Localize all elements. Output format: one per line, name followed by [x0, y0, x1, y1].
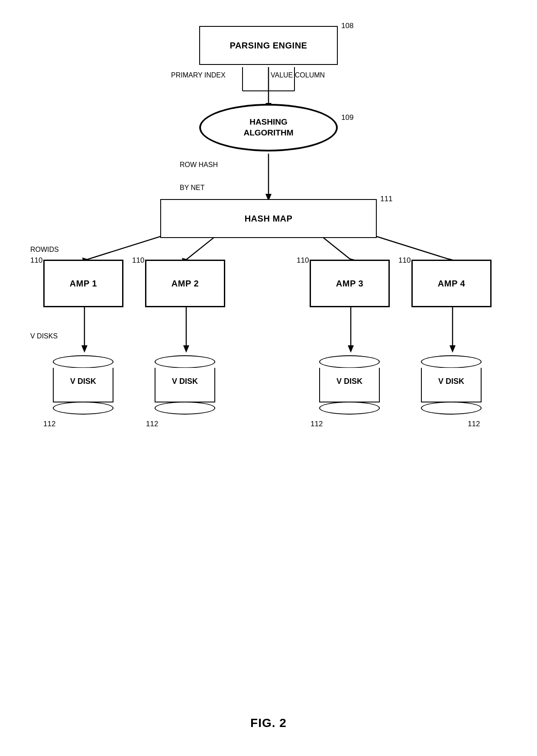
vdisk4-cylinder: V DISK — [421, 355, 482, 415]
value-column-label: VALUE COLUMN — [271, 71, 325, 79]
by-net-label: BY NET — [180, 184, 205, 192]
hashing-algorithm-label: HASHINGALGORITHM — [243, 117, 293, 138]
vdisk4-label: V DISK — [438, 377, 464, 386]
parsing-engine-label: PARSING ENGINE — [230, 41, 307, 51]
ref-110-amp1: 110 — [30, 256, 42, 265]
svg-marker-19 — [450, 345, 456, 353]
amp3-box: AMP 3 — [310, 260, 390, 307]
vdisk3-bottom — [319, 402, 380, 415]
vdisk3-label: V DISK — [336, 377, 362, 386]
vdisk2-body: V DISK — [155, 368, 215, 402]
ref-109: 109 — [341, 113, 353, 122]
vdisk1-label: V DISK — [70, 377, 96, 386]
vdisk4-top — [421, 355, 482, 368]
vdisk3-body: V DISK — [319, 368, 380, 402]
ref-110-amp3: 110 — [297, 256, 309, 265]
figure-caption: FIG. 2 — [250, 716, 287, 730]
row-hash-label: ROW HASH — [180, 161, 218, 169]
vdisk3-top — [319, 355, 380, 368]
vdisk2-top — [155, 355, 215, 368]
parsing-engine-box: PARSING ENGINE — [199, 26, 338, 65]
diagram-container: PARSING ENGINE 108 PRIMARY INDEX VALUE C… — [0, 0, 537, 756]
vdisk3-cylinder: V DISK — [319, 355, 380, 415]
ref-112-vdisk4: 112 — [468, 420, 480, 428]
v-disks-label: V DISKS — [30, 332, 58, 340]
rowids-label: ROWIDS — [30, 246, 59, 254]
vdisk2-label: V DISK — [172, 377, 198, 386]
ref-108: 108 — [341, 22, 353, 30]
vdisk1-cylinder: V DISK — [53, 355, 113, 415]
svg-marker-13 — [81, 345, 87, 353]
amp2-label: AMP 2 — [171, 279, 199, 289]
hash-map-box: HASH MAP — [160, 199, 377, 238]
vdisk2-cylinder: V DISK — [155, 355, 215, 415]
ref-112-vdisk3: 112 — [311, 420, 323, 428]
vdisk4-body: V DISK — [421, 368, 482, 402]
ref-110-amp4: 110 — [398, 256, 411, 265]
amp4-label: AMP 4 — [438, 279, 465, 289]
svg-marker-17 — [348, 345, 354, 353]
ref-111: 111 — [380, 195, 392, 203]
vdisk1-body: V DISK — [53, 368, 113, 402]
vdisk4-bottom — [421, 402, 482, 415]
amp4-box: AMP 4 — [411, 260, 492, 307]
vdisk1-bottom — [53, 402, 113, 415]
ref-110-amp2: 110 — [132, 256, 144, 265]
svg-marker-15 — [183, 345, 189, 353]
ref-112-vdisk1: 112 — [43, 420, 55, 428]
amp1-label: AMP 1 — [70, 279, 97, 289]
ref-112-vdisk2: 112 — [146, 420, 158, 428]
hash-map-label: HASH MAP — [245, 214, 293, 224]
vdisk2-bottom — [155, 402, 215, 415]
vdisk1-top — [53, 355, 113, 368]
hashing-algorithm-box: HASHINGALGORITHM — [199, 104, 338, 151]
amp3-label: AMP 3 — [336, 279, 363, 289]
amp1-box: AMP 1 — [43, 260, 123, 307]
amp2-box: AMP 2 — [145, 260, 225, 307]
primary-index-label: PRIMARY INDEX — [171, 71, 226, 79]
